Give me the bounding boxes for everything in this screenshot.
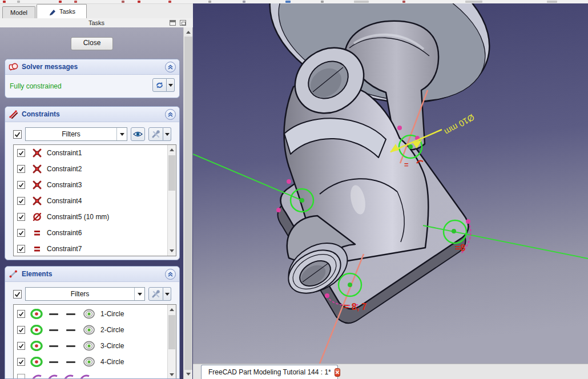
check-icon [18,198,24,204]
row-checkbox[interactable] [17,245,25,253]
row-checkbox[interactable] [17,374,25,379]
constraints-filter-combo[interactable]: Filters [25,127,127,141]
combo-arrow-icon[interactable] [116,128,127,140]
settings-control [148,127,171,141]
list-scrollbar-thumb[interactable] [168,155,175,191]
row-checkbox[interactable] [17,213,25,221]
tab-model-label: Model [10,9,27,16]
toolbar-fragment [321,1,324,3]
scroll-up-icon[interactable] [170,148,174,151]
construction-point[interactable] [397,126,402,130]
row-checkbox[interactable] [17,165,25,173]
row-checkbox[interactable] [17,342,25,350]
element-row[interactable]: 4-Circle [14,354,176,370]
solver-messages-header[interactable]: Solver messages [5,59,179,75]
equal-mark-bottom[interactable]: = 8, 7 [344,302,367,312]
check-icon [18,359,24,365]
dash-icon [66,329,75,331]
row-checkbox[interactable] [17,149,25,157]
tab-tasks-label: Tasks [59,8,75,15]
scroll-down-icon[interactable] [170,373,174,376]
settings-dropdown[interactable] [163,127,171,141]
circle-center-point[interactable] [408,144,413,149]
equal-constraint-icon [32,244,42,254]
constraint-row[interactable]: Constraint7 [14,241,176,256]
constraints-card: Constraints Filters [5,106,180,260]
check-icon [14,291,21,297]
equal-mark-top[interactable]: = [404,160,409,169]
tab-tasks[interactable]: Tasks [37,4,87,18]
row-checkbox[interactable] [17,310,25,318]
constraints-header[interactable]: Constraints [5,107,179,122]
constraint-row[interactable]: Constraint4 [14,193,176,209]
collapse-button[interactable] [165,62,176,72]
settings-dropdown[interactable] [163,287,171,301]
row-checkbox[interactable] [17,229,25,237]
elements-header[interactable]: Elements [5,267,179,282]
list-scrollbar[interactable] [167,145,176,256]
arc-edge-icon [30,373,43,379]
constraints-master-checkbox[interactable] [13,130,22,139]
list-scrollbar-thumb[interactable] [168,315,175,349]
element-row[interactable]: 3-Circle [14,338,176,354]
circle-center-point[interactable] [348,283,352,287]
list-scrollbar[interactable] [167,305,176,379]
tab-model[interactable]: Model [2,6,35,18]
dock-shade-icon[interactable] [170,20,176,26]
coincident-constraint-icon [32,148,42,158]
row-checkbox[interactable] [17,358,25,366]
settings-wrench-button[interactable] [148,287,163,301]
element-row-clipped[interactable] [14,370,176,379]
row-checkbox[interactable] [17,197,25,205]
constraint-row[interactable]: Constraint3 [14,177,176,193]
chevron-up-icon [167,271,174,277]
construction-point[interactable] [276,208,281,212]
solver-messages-card: Solver messages Fully constrained [5,59,180,98]
element-row[interactable]: 1-Circle [14,306,176,322]
refresh-button[interactable] [152,78,167,92]
document-close-icon[interactable]: ✕ [335,368,340,377]
circle-edge-icon [30,325,43,335]
constraint-row[interactable]: Constraint5 (10 mm) [14,209,176,225]
coincident-constraint-icon [32,180,42,190]
constraint-row[interactable]: Constraint2 [14,161,176,177]
scroll-up-icon[interactable] [170,308,174,311]
collapse-button[interactable] [165,269,176,280]
circle-edge-icon [30,357,43,367]
filters-label: Filters [26,130,116,138]
check-icon [18,311,24,317]
document-tab-bar: FreeCAD Part Modeling Tutorial 144 : 1* … [193,364,588,379]
circle-internal-icon [82,309,96,319]
combo-arrow-icon[interactable] [134,288,144,300]
element-row[interactable]: 2-Circle [14,322,176,338]
row-checkbox[interactable] [17,326,25,334]
construction-point[interactable] [287,179,291,184]
equal-mark-right[interactable]: =8 [455,243,465,253]
check-icon [18,246,24,252]
collapse-button[interactable] [165,109,176,120]
elements-master-checkbox[interactable] [13,290,22,299]
close-button[interactable]: Close [71,37,113,50]
refresh-dropdown[interactable] [167,78,175,92]
panel-scrollbar[interactable] [183,27,192,379]
elements-card: Elements Filters [5,266,180,379]
circle-center-point[interactable] [452,229,456,233]
element-label: 2-Circle [100,326,124,334]
circle-center-point[interactable] [300,198,304,203]
dock-float-icon[interactable] [180,20,186,26]
toolbar-fragment [285,1,291,3]
elements-filter-combo[interactable]: Filters [25,287,145,301]
constraint-row[interactable]: Constraint1 [14,145,176,161]
constraint-row[interactable]: Constraint6 [14,225,176,241]
3d-viewport[interactable]: Ø10 mm = =8 = 8, 7 [193,3,588,364]
scroll-up-icon[interactable] [186,31,191,34]
elements-icon [9,269,18,279]
document-tab[interactable]: FreeCAD Part Modeling Tutorial 144 : 1* … [201,365,338,379]
circle-edge-icon [30,341,43,351]
row-checkbox[interactable] [17,181,25,189]
scroll-down-icon[interactable] [170,249,174,252]
scroll-down-icon[interactable] [186,373,191,376]
show-hide-eye-button[interactable] [131,127,145,141]
panel-scrollbar-thumb[interactable] [184,37,192,370]
settings-wrench-button[interactable] [148,127,163,141]
